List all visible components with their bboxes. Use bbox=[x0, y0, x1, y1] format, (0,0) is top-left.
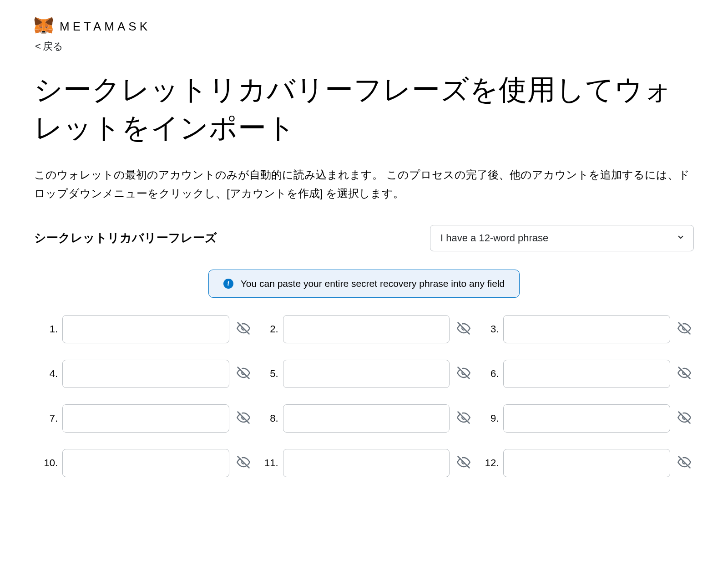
word-item: 1. bbox=[42, 315, 253, 343]
word-item: 11. bbox=[263, 449, 474, 477]
srp-row: シークレットリカバリーフレーズ I have a 12-word phrase bbox=[34, 225, 694, 251]
word-item: 6. bbox=[483, 360, 694, 388]
app-header: METAMASK bbox=[34, 16, 694, 37]
toggle-visibility-button[interactable] bbox=[675, 453, 694, 473]
toggle-visibility-button[interactable] bbox=[454, 453, 473, 473]
word-number: 10. bbox=[42, 457, 58, 469]
word-number: 1. bbox=[42, 323, 58, 335]
eye-off-icon bbox=[457, 411, 470, 426]
word-input[interactable] bbox=[503, 360, 670, 388]
word-grid: 1. 2. bbox=[34, 315, 694, 477]
page-description: このウォレットの最初のアカウントのみが自動的に読み込まれます。 このプロセスの完… bbox=[34, 166, 694, 203]
word-count-select-wrap: I have a 12-word phrase bbox=[430, 225, 694, 251]
word-item: 12. bbox=[483, 449, 694, 477]
word-number: 11. bbox=[263, 457, 278, 469]
eye-off-icon bbox=[457, 366, 470, 381]
word-count-select[interactable]: I have a 12-word phrase bbox=[430, 225, 694, 251]
info-banner: i You can paste your entire secret recov… bbox=[208, 270, 520, 298]
brand-name: METAMASK bbox=[60, 20, 151, 34]
word-item: 3. bbox=[483, 315, 694, 343]
word-input[interactable] bbox=[503, 449, 670, 477]
word-input[interactable] bbox=[283, 315, 450, 343]
toggle-visibility-button[interactable] bbox=[234, 363, 253, 384]
word-input[interactable] bbox=[62, 449, 229, 477]
word-item: 4. bbox=[42, 360, 253, 388]
eye-off-icon bbox=[237, 411, 250, 426]
eye-off-icon bbox=[677, 366, 691, 381]
srp-label: シークレットリカバリーフレーズ bbox=[34, 230, 217, 246]
word-item: 8. bbox=[263, 404, 474, 433]
word-input[interactable] bbox=[62, 315, 229, 343]
word-input[interactable] bbox=[283, 449, 450, 477]
word-number: 7. bbox=[42, 413, 58, 424]
word-input[interactable] bbox=[283, 360, 450, 388]
toggle-visibility-button[interactable] bbox=[675, 408, 694, 428]
word-number: 9. bbox=[483, 413, 499, 424]
eye-off-icon bbox=[237, 321, 250, 336]
word-input[interactable] bbox=[503, 315, 670, 343]
word-item: 10. bbox=[42, 449, 253, 477]
info-icon: i bbox=[223, 279, 233, 289]
word-number: 6. bbox=[483, 368, 499, 380]
toggle-visibility-button[interactable] bbox=[234, 453, 253, 473]
word-number: 4. bbox=[42, 368, 58, 380]
word-input[interactable] bbox=[283, 404, 450, 433]
toggle-visibility-button[interactable] bbox=[454, 408, 473, 428]
chevron-left-icon: < bbox=[35, 41, 41, 52]
toggle-visibility-button[interactable] bbox=[675, 319, 694, 339]
toggle-visibility-button[interactable] bbox=[454, 363, 473, 384]
eye-off-icon bbox=[457, 321, 470, 336]
toggle-visibility-button[interactable] bbox=[234, 408, 253, 428]
word-number: 2. bbox=[263, 323, 278, 335]
word-input[interactable] bbox=[503, 404, 670, 433]
word-item: 5. bbox=[263, 360, 474, 388]
eye-off-icon bbox=[237, 455, 250, 470]
toggle-visibility-button[interactable] bbox=[675, 363, 694, 384]
word-number: 12. bbox=[483, 457, 499, 469]
eye-off-icon bbox=[677, 455, 691, 470]
word-number: 8. bbox=[263, 413, 278, 424]
word-input[interactable] bbox=[62, 360, 229, 388]
word-input[interactable] bbox=[62, 404, 229, 433]
metamask-fox-icon bbox=[34, 16, 53, 37]
info-text: You can paste your entire secret recover… bbox=[241, 278, 505, 289]
eye-off-icon bbox=[677, 321, 691, 336]
toggle-visibility-button[interactable] bbox=[454, 319, 473, 339]
toggle-visibility-button[interactable] bbox=[234, 319, 253, 339]
eye-off-icon bbox=[677, 411, 691, 426]
word-item: 9. bbox=[483, 404, 694, 433]
back-link[interactable]: < 戻る bbox=[35, 40, 63, 53]
back-label: 戻る bbox=[43, 40, 63, 53]
word-number: 5. bbox=[263, 368, 278, 380]
page-title: シークレットリカバリーフレーズを使用してウォレットをインポート bbox=[34, 71, 694, 147]
word-number: 3. bbox=[483, 323, 499, 335]
word-item: 7. bbox=[42, 404, 253, 433]
eye-off-icon bbox=[457, 455, 470, 470]
eye-off-icon bbox=[237, 366, 250, 381]
word-item: 2. bbox=[263, 315, 474, 343]
